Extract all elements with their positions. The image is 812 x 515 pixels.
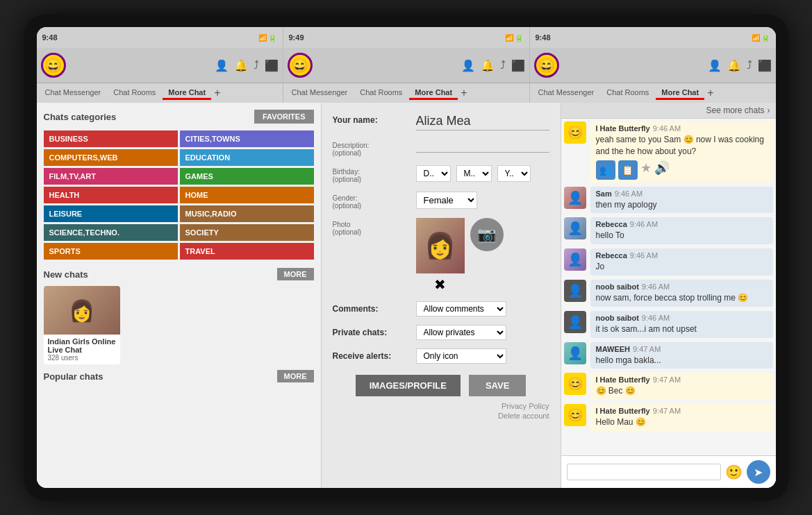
bday-label: Birthday: (optional) bbox=[333, 165, 416, 183]
chat-input[interactable] bbox=[567, 464, 721, 480]
message-text: hello To bbox=[596, 230, 768, 242]
exit-icon-1[interactable]: ⬛ bbox=[265, 59, 279, 72]
message-avatar[interactable]: 😊 bbox=[564, 404, 586, 426]
category-button-science-techno-[interactable]: SCIENCE,TECHNO. bbox=[44, 224, 178, 241]
new-chats-header: New chats MORE bbox=[44, 268, 314, 280]
tab-bar-3: Chat Messenger Chat Rooms More Chat + bbox=[530, 83, 776, 103]
bday-day-select[interactable]: D.. bbox=[416, 165, 451, 182]
status-bar-1: 9:48 📶 🔋 bbox=[37, 27, 283, 48]
message-avatar[interactable]: 👤 bbox=[564, 280, 586, 302]
message-time: 9:46 AM bbox=[630, 251, 658, 260]
category-button-film-tv-art[interactable]: FILM,TV,ART bbox=[44, 168, 178, 185]
tab-add-1[interactable]: + bbox=[214, 87, 220, 99]
chat-message: 👤Rebecca9:46 AMhello To bbox=[564, 217, 773, 244]
message-sender: I Hate Butterfly bbox=[596, 124, 650, 133]
privates-select[interactable]: Allow privates No privates bbox=[416, 325, 506, 340]
alerts-row: Receive alerts: Only icon All alerts bbox=[333, 348, 549, 364]
desc-input[interactable] bbox=[416, 139, 549, 153]
category-button-business[interactable]: BUSINESS bbox=[44, 130, 178, 147]
favorites-button[interactable]: FAVORITES bbox=[254, 110, 314, 124]
category-button-computers-web[interactable]: COMPUTERS,WEB bbox=[44, 149, 178, 166]
share-icon-1[interactable]: ⤴ bbox=[254, 59, 259, 71]
comments-label: Comments: bbox=[333, 301, 416, 314]
send-button[interactable]: ➤ bbox=[747, 460, 770, 484]
share-icon-2[interactable]: ⤴ bbox=[500, 59, 506, 71]
message-text: hello mga bakla... bbox=[596, 355, 768, 366]
tab-add-2[interactable]: + bbox=[461, 87, 467, 99]
message-avatar[interactable]: 😊 bbox=[564, 121, 586, 144]
tab-bar-2: Chat Messenger Chat Rooms More Chat + bbox=[283, 83, 530, 103]
category-button-travel[interactable]: TRAVEL bbox=[180, 243, 314, 260]
privates-row: Private chats: Allow privates No private… bbox=[333, 325, 549, 340]
new-chats-more-button[interactable]: MORE bbox=[277, 268, 314, 280]
see-more-chats[interactable]: See more chats › bbox=[561, 103, 776, 119]
chat-preview[interactable]: 👩 Indian Girls Online Live Chat 328 user… bbox=[44, 286, 120, 364]
star-icon[interactable]: ★ bbox=[640, 160, 652, 180]
exit-icon-3[interactable]: ⬛ bbox=[758, 59, 772, 72]
camera-button[interactable]: 📷 bbox=[470, 218, 504, 251]
tab-chat-messenger-3[interactable]: Chat Messenger bbox=[533, 87, 600, 100]
delete-account-link[interactable]: Delete account bbox=[498, 412, 549, 420]
category-button-society[interactable]: SOCIETY bbox=[180, 224, 314, 241]
emoji-button[interactable]: 🙂 bbox=[725, 464, 743, 480]
message-avatar[interactable]: 👤 bbox=[564, 311, 586, 333]
tab-more-chat-3[interactable]: More Chat bbox=[656, 87, 704, 100]
bday-year-select[interactable]: Y.. bbox=[497, 165, 531, 182]
alerts-control: Only icon All alerts bbox=[416, 348, 549, 364]
status-bars: 9:48 📶 🔋 9:49 📶 🔋 9:48 📶 🔋 bbox=[37, 27, 776, 48]
bell-icon-2[interactable]: 🔔 bbox=[481, 59, 495, 72]
list-icon-button[interactable]: 📋 bbox=[618, 160, 638, 180]
gender-select[interactable]: Female Male bbox=[416, 192, 477, 209]
tab-chat-messenger-2[interactable]: Chat Messenger bbox=[286, 87, 354, 100]
tab-chat-rooms-1[interactable]: Chat Rooms bbox=[108, 87, 161, 100]
chat-preview-image: 👩 bbox=[44, 286, 120, 335]
save-button[interactable]: SAVE bbox=[469, 375, 526, 396]
category-button-health[interactable]: HEALTH bbox=[44, 187, 178, 203]
gender-row: Gender: (optional) Female Male bbox=[333, 192, 549, 210]
message-sender: MAWEEH bbox=[596, 345, 631, 353]
middle-panel: Your name: Description: (optional) bbox=[322, 103, 561, 488]
time-2: 9:49 bbox=[289, 33, 304, 42]
nav-bar-2: 😄 👤 🔔 ⤴ ⬛ bbox=[283, 48, 530, 83]
alerts-select[interactable]: Only icon All alerts bbox=[416, 348, 506, 364]
name-row: Your name: bbox=[333, 112, 549, 130]
message-sender: I Hate Butterfly bbox=[596, 407, 650, 415]
group-icon-button[interactable]: 👥 bbox=[596, 160, 615, 180]
message-avatar[interactable]: 👤 bbox=[564, 187, 586, 209]
message-bubble: MAWEEH9:47 AMhello mga bakla... bbox=[590, 342, 773, 369]
volume-icon[interactable]: 🔊 bbox=[654, 160, 670, 180]
comments-select[interactable]: Allow comments No comments bbox=[416, 301, 506, 316]
message-bubble: noob saibot9:46 AMnow sam, force becca s… bbox=[590, 280, 773, 307]
privacy-policy-link[interactable]: Privacy Policy bbox=[502, 402, 549, 410]
tab-more-chat-2[interactable]: More Chat bbox=[409, 87, 458, 100]
name-label: Your name: bbox=[333, 112, 416, 125]
main-content: Chats categories FAVORITES BUSINESSCITIE… bbox=[37, 103, 776, 488]
category-button-leisure[interactable]: LEISURE bbox=[44, 205, 178, 222]
footer-links: Privacy Policy Delete account bbox=[333, 402, 549, 420]
category-button-games[interactable]: GAMES bbox=[180, 168, 314, 185]
message-avatar[interactable]: 👤 bbox=[564, 342, 586, 364]
bell-icon-3[interactable]: 🔔 bbox=[727, 59, 741, 72]
category-button-education[interactable]: EDUCATION bbox=[180, 149, 314, 166]
message-avatar[interactable]: 👤 bbox=[564, 217, 586, 239]
categories-grid: BUSINESSCITIES,TOWNSCOMPUTERS,WEBEDUCATI… bbox=[44, 130, 314, 260]
message-avatar[interactable]: 😊 bbox=[564, 373, 586, 395]
category-button-music-radio[interactable]: MUSIC,RADIO bbox=[180, 205, 314, 222]
popular-chats-more-button[interactable]: MORE bbox=[277, 370, 314, 382]
share-icon-3[interactable]: ⤴ bbox=[747, 59, 752, 71]
category-button-home[interactable]: HOME bbox=[180, 187, 314, 203]
message-avatar[interactable]: 👤 bbox=[564, 248, 586, 271]
bell-icon-1[interactable]: 🔔 bbox=[234, 59, 248, 72]
category-button-cities-towns[interactable]: CITIES,TOWNS bbox=[180, 130, 314, 147]
bday-month-select[interactable]: M.. bbox=[456, 165, 492, 182]
tab-more-chat-1[interactable]: More Chat bbox=[163, 87, 211, 100]
photo-delete-icon[interactable]: ✖ bbox=[434, 277, 446, 292]
tab-chat-rooms-3[interactable]: Chat Rooms bbox=[601, 87, 654, 100]
category-button-sports[interactable]: SPORTS bbox=[44, 243, 178, 260]
exit-icon-2[interactable]: ⬛ bbox=[511, 59, 525, 72]
name-input[interactable] bbox=[416, 112, 549, 130]
tab-add-3[interactable]: + bbox=[707, 87, 713, 99]
tab-chat-messenger-1[interactable]: Chat Messenger bbox=[40, 87, 107, 100]
images-profile-button[interactable]: IMAGES/PROFILE bbox=[356, 375, 461, 396]
tab-chat-rooms-2[interactable]: Chat Rooms bbox=[354, 87, 408, 100]
